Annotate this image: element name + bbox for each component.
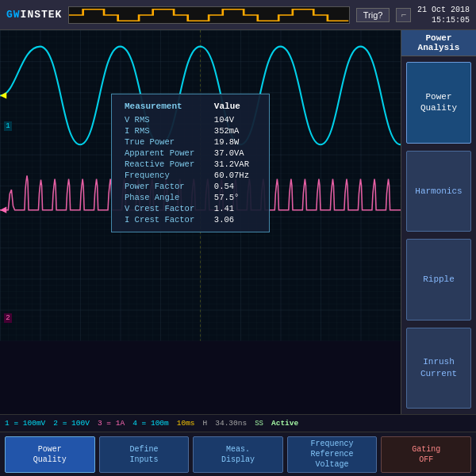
meas-col1-header: Measurement [121, 101, 211, 114]
meas-value: 31.2VAR [211, 159, 259, 170]
status-delay: 34.30ns [215, 419, 247, 428]
meas-row: V RMS104V [121, 114, 259, 125]
status-trigger-h: H [203, 419, 208, 428]
meas-value: 1.41 [211, 203, 259, 214]
status-ch1: 1 = 100mV [5, 419, 45, 428]
toolbar-btn-power-quality-tool[interactable]: Power Quality [5, 436, 95, 473]
status-ch3: 3 = 1A [98, 419, 125, 428]
meas-name: True Power [121, 136, 211, 148]
status-ch4: 4 = 100m [132, 419, 169, 428]
right-panel: Power Analysis Power QualityHarmonicsRip… [401, 30, 476, 414]
channel-indicators: 1 2 [2, 30, 14, 414]
meas-name: V RMS [121, 114, 211, 125]
meas-value: 3.06 [211, 214, 259, 225]
meas-row: True Power19.8W [121, 136, 259, 148]
meas-col2-header: Value [211, 101, 259, 114]
logo: GWINSTEK [6, 9, 62, 21]
waveform-preview [68, 6, 349, 24]
main-area: Measurement Value V RMS104VI RMS352mATru… [0, 30, 476, 414]
meas-row: Reactive Power31.2VAR [121, 159, 259, 170]
status-ch2: 2 = 100V [53, 419, 90, 428]
meas-value: 0.54 [211, 181, 259, 192]
top-bar: GWINSTEK Trig? ⌐ 21 Oct 2018 15:15:05 [0, 0, 476, 30]
panel-title: Power Analysis [401, 30, 476, 56]
ch2-indicator: 2 [4, 313, 11, 323]
meas-row: I Crest Factor3.06 [121, 214, 259, 225]
meas-value: 60.07Hz [211, 170, 259, 181]
meas-row: Power Factor0.54 [121, 181, 259, 192]
mode-icon: ⌐ [396, 8, 411, 22]
meas-row: V Crest Factor1.41 [121, 203, 259, 214]
meas-name: Phase Angle [121, 192, 211, 203]
measurement-table: Measurement Value V RMS104VI RMS352mATru… [111, 94, 270, 232]
meas-row: I RMS352mA [121, 125, 259, 136]
toolbar-btn-frequency-reference[interactable]: Frequency Reference Voltage [287, 436, 378, 473]
status-timebase: 10ms [177, 419, 195, 428]
trig-button[interactable]: Trig? [356, 8, 390, 22]
status-mode: SS [255, 420, 263, 428]
meas-name: V Crest Factor [121, 203, 211, 214]
meas-row: Phase Angle57.5° [121, 192, 259, 203]
meas-name: I Crest Factor [121, 214, 211, 225]
bottom-toolbar: Power QualityDefine InputsMeas. DisplayF… [0, 432, 476, 476]
meas-value: 57.5° [211, 192, 259, 203]
right-panel-btn-harmonics[interactable]: Harmonics [406, 151, 471, 232]
toolbar-btn-meas-display[interactable]: Meas. Display [193, 436, 283, 473]
meas-name: Power Factor [121, 181, 211, 192]
toolbar-btn-define-inputs[interactable]: Define Inputs [99, 436, 190, 473]
meas-value: 352mA [211, 125, 259, 136]
toolbar-btn-gating[interactable]: Gating OFF [381, 436, 471, 473]
meas-row: Apparent Power37.0VA [121, 148, 259, 159]
datetime: 21 Oct 2018 15:15:05 [417, 5, 470, 25]
right-panel-btn-ripple[interactable]: Ripple [406, 239, 471, 321]
status-active: Active [271, 419, 298, 428]
meas-value: 37.0VA [211, 148, 259, 159]
right-panel-btn-inrush-current[interactable]: Inrush Current [406, 328, 471, 409]
meas-name: I RMS [121, 125, 211, 136]
right-panel-btn-power-quality[interactable]: Power Quality [406, 62, 471, 144]
ch1-indicator: 1 [4, 121, 11, 131]
meas-name: Reactive Power [121, 159, 211, 170]
meas-value: 19.8W [211, 136, 259, 148]
scope-screen: Measurement Value V RMS104VI RMS352mATru… [0, 30, 401, 414]
status-bar: 1 = 100mV 2 = 100V 3 = 1A 4 = 100m 10ms … [0, 414, 476, 432]
meas-value: 104V [211, 114, 259, 125]
meas-row: Frequency60.07Hz [121, 170, 259, 181]
meas-name: Frequency [121, 170, 211, 181]
meas-name: Apparent Power [121, 148, 211, 159]
